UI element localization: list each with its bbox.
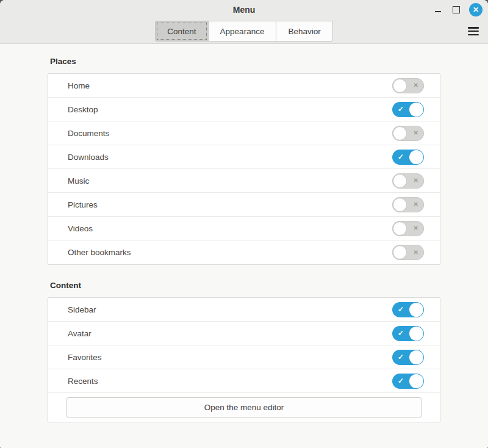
- minimize-icon: [435, 11, 441, 12]
- row-label: Home: [68, 81, 90, 90]
- switch-state-icon: ✓: [398, 353, 404, 361]
- maximize-icon: [453, 6, 460, 13]
- hamburger-menu-button[interactable]: [468, 27, 479, 35]
- toggle-switch-recents[interactable]: ✓: [392, 374, 424, 389]
- switch-knob: [409, 327, 423, 341]
- settings-row: Music ✕: [48, 169, 440, 193]
- settings-row: Home ✕: [48, 74, 440, 98]
- row-label: Pictures: [68, 200, 98, 209]
- settings-row: Other bookmarks ✕: [48, 240, 440, 264]
- window-header: Menu ✕ ContentAppearanceBehavior: [0, 0, 488, 44]
- toggle-switch-home[interactable]: ✕: [392, 78, 424, 93]
- switch-knob: [409, 303, 423, 317]
- settings-section: Content Sidebar ✓ Avatar ✓ Favorites ✓ R…: [48, 281, 440, 422]
- toggle-switch-desktop[interactable]: ✓: [392, 102, 424, 117]
- switch-knob: [393, 79, 407, 93]
- tab-group: ContentAppearanceBehavior: [155, 21, 332, 42]
- window-controls: ✕: [432, 0, 483, 19]
- toggle-switch-sidebar[interactable]: ✓: [392, 302, 424, 317]
- switch-knob: [393, 245, 407, 259]
- settings-row: Recents ✓: [48, 369, 440, 393]
- toggle-switch-videos[interactable]: ✕: [392, 221, 424, 236]
- row-label: Documents: [68, 129, 109, 138]
- switch-knob: [393, 198, 407, 212]
- switch-knob: [409, 374, 423, 388]
- maximize-button[interactable]: [451, 4, 462, 15]
- settings-row: Downloads ✓: [48, 145, 440, 169]
- toggle-switch-favorites[interactable]: ✓: [392, 350, 424, 365]
- switch-state-icon: ✕: [414, 250, 418, 256]
- section-title: Places: [50, 57, 440, 66]
- row-label: Other bookmarks: [68, 248, 131, 257]
- open-menu-editor-button[interactable]: Open the menu editor: [66, 397, 422, 417]
- settings-row: Favorites ✓: [48, 345, 440, 369]
- row-label: Recents: [68, 377, 98, 386]
- switch-knob: [393, 222, 407, 236]
- hamburger-icon: [468, 27, 479, 29]
- switch-state-icon: ✕: [414, 201, 418, 208]
- toolbar: ContentAppearanceBehavior: [0, 19, 488, 43]
- settings-card: Sidebar ✓ Avatar ✓ Favorites ✓ Recents ✓…: [48, 297, 440, 422]
- settings-row: Videos ✕: [48, 217, 440, 240]
- switch-state-icon: ✓: [398, 306, 404, 313]
- row-label: Sidebar: [68, 305, 96, 314]
- row-label: Favorites: [68, 353, 102, 362]
- row-label: Downloads: [68, 153, 109, 162]
- settings-card: Home ✕ Desktop ✓ Documents ✕ Downloads ✓…: [48, 73, 440, 265]
- settings-row: Documents ✕: [48, 121, 440, 145]
- settings-row: Avatar ✓: [48, 322, 440, 345]
- toggle-switch-music[interactable]: ✕: [392, 173, 424, 189]
- switch-knob: [409, 150, 423, 164]
- tab-behavior[interactable]: Behavior: [276, 21, 332, 42]
- switch-state-icon: ✕: [414, 178, 418, 184]
- switch-state-icon: ✓: [398, 330, 404, 337]
- window-title: Menu: [233, 5, 256, 15]
- tab-appearance[interactable]: Appearance: [208, 21, 277, 42]
- switch-state-icon: ✕: [414, 130, 418, 136]
- hamburger-icon: [468, 34, 479, 36]
- row-label: Music: [68, 176, 89, 186]
- minimize-button[interactable]: [432, 4, 443, 15]
- toggle-switch-other-bookmarks[interactable]: ✕: [392, 245, 424, 260]
- switch-knob: [393, 126, 407, 140]
- section-title: Content: [50, 281, 440, 290]
- tab-content[interactable]: Content: [155, 21, 208, 42]
- menu-settings-window: Menu ✕ ContentAppearanceBehavior Places …: [0, 0, 488, 448]
- row-label: Avatar: [68, 329, 92, 338]
- settings-content: Places Home ✕ Desktop ✓ Documents ✕ Down…: [0, 44, 488, 448]
- card-footer-row: Open the menu editor: [48, 393, 440, 422]
- switch-state-icon: ✓: [398, 106, 404, 113]
- switch-knob: [409, 103, 423, 117]
- toggle-switch-documents[interactable]: ✕: [392, 126, 424, 141]
- switch-knob: [393, 174, 407, 188]
- close-icon: ✕: [473, 6, 479, 13]
- settings-row: Sidebar ✓: [48, 298, 440, 322]
- titlebar: Menu ✕: [0, 0, 488, 19]
- toggle-switch-avatar[interactable]: ✓: [392, 326, 424, 341]
- settings-row: Pictures ✕: [48, 193, 440, 217]
- row-label: Videos: [68, 224, 93, 233]
- switch-state-icon: ✓: [398, 377, 404, 385]
- close-button[interactable]: ✕: [469, 3, 483, 16]
- toggle-switch-pictures[interactable]: ✕: [392, 197, 424, 212]
- switch-state-icon: ✓: [398, 153, 404, 161]
- toggle-switch-downloads[interactable]: ✓: [392, 150, 424, 165]
- hamburger-icon: [468, 31, 479, 32]
- switch-state-icon: ✕: [414, 225, 418, 231]
- settings-section: Places Home ✕ Desktop ✓ Documents ✕ Down…: [48, 57, 440, 265]
- row-label: Desktop: [68, 105, 98, 114]
- switch-knob: [409, 350, 423, 364]
- switch-state-icon: ✕: [414, 82, 418, 89]
- settings-row: Desktop ✓: [48, 98, 440, 121]
